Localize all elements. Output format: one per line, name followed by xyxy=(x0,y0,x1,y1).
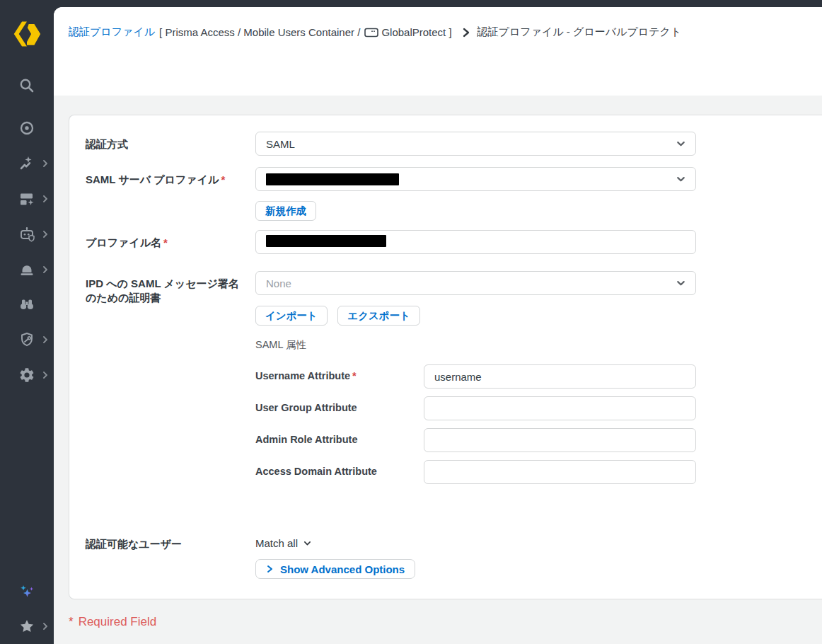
sidebar-item-dashboards[interactable] xyxy=(0,185,54,213)
admin-role-attribute-input[interactable] xyxy=(424,428,696,452)
sidebar-item-activity[interactable] xyxy=(0,149,54,178)
chevron-right-icon xyxy=(42,372,49,379)
access-domain-attribute-label: Access Domain Attribute xyxy=(255,460,424,484)
chevron-down-icon xyxy=(676,139,686,149)
header-bar: 認証プロファイル [ Prisma Access / Mobile Users … xyxy=(54,7,822,96)
required-asterisk: * xyxy=(352,370,357,381)
sidebar xyxy=(0,0,54,644)
chevron-down-icon xyxy=(676,278,686,289)
chevron-right-icon xyxy=(42,231,49,238)
sidebar-item-favorites[interactable] xyxy=(0,612,54,640)
allowed-users-dropdown[interactable]: Match all xyxy=(255,531,312,549)
chevron-right-icon xyxy=(42,160,49,167)
user-group-attribute-input[interactable] xyxy=(424,396,696,420)
username-attribute-row: Username Attribute* xyxy=(255,364,696,389)
redacted-value xyxy=(266,173,399,185)
chevron-down-icon xyxy=(676,174,686,185)
idp-signing-cert-label: IPD への SAML メッセージ署名 のための証明書 xyxy=(86,271,255,492)
user-group-attribute-label: User Group Attribute xyxy=(255,396,424,420)
chevron-right-icon xyxy=(42,266,49,273)
sidebar-item-alerts[interactable] xyxy=(0,255,54,284)
user-group-attribute-row: User Group Attribute xyxy=(255,396,696,420)
page-content: 認証方式 SAML SAML xyxy=(54,96,822,644)
auth-method-row: 認証方式 SAML xyxy=(86,132,822,156)
username-attribute-label: Username Attribute* xyxy=(255,364,424,389)
alerts-siren-icon xyxy=(18,261,35,278)
sidebar-item-insights[interactable] xyxy=(0,114,54,142)
sidebar-item-search[interactable] xyxy=(0,71,54,100)
allowed-users-row: 認証可能なユーザー Match all Show Advanced Option… xyxy=(86,531,822,579)
breadcrumb-link-auth-profile[interactable]: 認証プロファイル xyxy=(69,25,155,39)
saml-attributes-section-label: SAML 属性 xyxy=(255,338,696,352)
admin-role-attribute-row: Admin Role Attribute xyxy=(255,428,696,452)
breadcrumb-current: 認証プロファイル - グローバルプロテクト xyxy=(477,25,682,39)
allowed-users-label: 認証可能なユーザー xyxy=(86,531,255,579)
chevron-right-icon xyxy=(42,336,49,343)
required-field-note: * Required Field xyxy=(69,615,822,629)
required-asterisk: * xyxy=(163,236,168,248)
auth-method-label: 認証方式 xyxy=(86,132,255,156)
favorites-star-icon xyxy=(18,618,35,635)
sidebar-item-workflows[interactable] xyxy=(0,326,54,354)
insights-target-icon xyxy=(18,120,35,137)
access-domain-attribute-row: Access Domain Attribute xyxy=(255,460,696,484)
import-button[interactable]: インポート xyxy=(255,306,328,326)
saml-server-profile-row: SAML サーバ プロファイル* 新規作成 xyxy=(86,167,822,221)
chevron-right-icon xyxy=(42,195,49,202)
show-advanced-options-button[interactable]: Show Advanced Options xyxy=(255,559,415,579)
chevron-right-icon xyxy=(42,623,49,630)
workflow-shield-wrench-icon xyxy=(18,331,35,348)
idp-signing-cert-select[interactable]: None xyxy=(255,271,696,295)
palo-alto-logo[interactable] xyxy=(0,20,54,48)
access-domain-attribute-input[interactable] xyxy=(424,460,696,484)
breadcrumb-path-prefix: [ Prisma Access / Mobile Users Container… xyxy=(159,26,360,38)
saml-server-profile-label: SAML サーバ プロファイル* xyxy=(86,167,255,221)
palo-alto-logo-icon xyxy=(12,20,42,48)
allowed-users-value: Match all xyxy=(255,537,298,549)
sidebar-item-ai-copilot[interactable] xyxy=(0,577,54,606)
search-icon xyxy=(18,77,35,94)
export-button[interactable]: エクスポート xyxy=(337,306,420,326)
auth-method-select[interactable]: SAML xyxy=(255,132,696,156)
saml-server-profile-select[interactable] xyxy=(255,167,696,191)
ai-copilot-sparkles-icon xyxy=(18,582,36,601)
breadcrumb: 認証プロファイル [ Prisma Access / Mobile Users … xyxy=(69,25,822,39)
app-window: 認証プロファイル [ Prisma Access / Mobile Users … xyxy=(0,0,822,644)
investigate-binoculars-icon xyxy=(18,296,35,313)
idp-signing-cert-placeholder: None xyxy=(266,277,291,289)
create-new-button[interactable]: 新規作成 xyxy=(255,201,316,221)
profile-name-label: プロファイル名* xyxy=(86,230,255,254)
profile-name-row: プロファイル名* xyxy=(86,230,822,254)
redacted-value xyxy=(266,235,386,247)
idp-signing-cert-row: IPD への SAML メッセージ署名 のための証明書 None xyxy=(86,271,822,492)
dashboard-blocks-icon xyxy=(18,190,35,207)
breadcrumb-chevron-icon xyxy=(462,28,470,38)
sidebar-item-automation[interactable] xyxy=(0,220,54,248)
required-asterisk: * xyxy=(69,615,74,629)
chevron-right-icon xyxy=(266,565,274,573)
activity-sparkle-icon xyxy=(18,155,35,172)
settings-gear-icon xyxy=(18,367,35,384)
chevron-down-icon xyxy=(303,539,312,548)
admin-role-attribute-label: Admin Role Attribute xyxy=(255,428,424,452)
breadcrumb-container: GlobalProtect ] xyxy=(381,26,451,38)
required-asterisk: * xyxy=(221,173,225,185)
saml-attributes-section: Username Attribute* User Group Attribute xyxy=(255,364,696,484)
container-icon xyxy=(364,28,378,38)
auth-profile-form-card: 認証方式 SAML SAML xyxy=(69,115,822,599)
auth-method-value: SAML xyxy=(266,138,295,150)
content-pane: 認証プロファイル [ Prisma Access / Mobile Users … xyxy=(54,7,822,644)
profile-name-input[interactable] xyxy=(255,230,696,254)
username-attribute-input[interactable] xyxy=(424,364,696,389)
sidebar-item-settings[interactable] xyxy=(0,361,54,389)
automation-robot-icon xyxy=(18,226,35,243)
main-area: 認証プロファイル [ Prisma Access / Mobile Users … xyxy=(54,0,822,644)
sidebar-item-investigate[interactable] xyxy=(0,290,54,318)
